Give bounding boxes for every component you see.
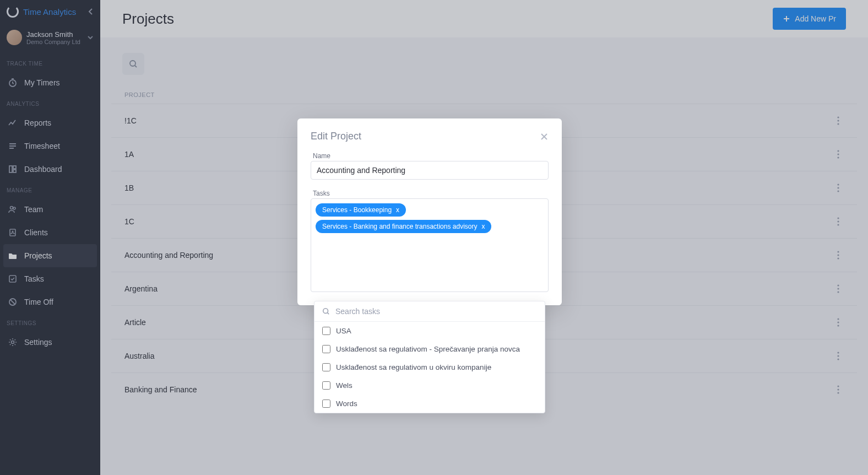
task-option[interactable]: Usklađenost sa regulativom - Sprečavanje…	[314, 340, 545, 358]
chip-remove-button[interactable]: x	[396, 206, 399, 214]
edit-project-modal: Edit Project Name Tasks Services - Bookk…	[297, 118, 562, 305]
tasks-field-label: Tasks	[311, 190, 549, 197]
task-option-checkbox[interactable]	[322, 381, 330, 390]
tasks-search-input[interactable]	[335, 307, 537, 316]
task-option-checkbox[interactable]	[322, 400, 330, 408]
task-option-checkbox[interactable]	[322, 345, 330, 353]
close-icon	[540, 132, 549, 141]
task-option[interactable]: USA	[314, 322, 545, 340]
name-field-label: Name	[311, 152, 549, 160]
task-chip: Services - Bookkeepingx	[316, 203, 406, 217]
close-button[interactable]	[540, 132, 549, 141]
modal-body: Name Tasks Services - BookkeepingxServic…	[297, 152, 562, 305]
tasks-multiselect[interactable]: Services - BookkeepingxServices - Bankin…	[311, 198, 549, 292]
chip-label: Services - Banking and finance transacti…	[322, 223, 477, 230]
tasks-dropdown: USAUsklađenost sa regulativom - Sprečava…	[314, 301, 545, 413]
task-option-label: Wels	[336, 381, 352, 390]
task-option[interactable]: Wels	[314, 376, 545, 395]
project-name-input[interactable]	[311, 161, 549, 180]
tasks-search-row	[314, 301, 545, 322]
task-option-checkbox[interactable]	[322, 363, 330, 371]
task-option-label: Words	[336, 400, 357, 408]
task-option-checkbox[interactable]	[322, 327, 330, 335]
tasks-options-list: USAUsklađenost sa regulativom - Sprečava…	[314, 322, 545, 413]
search-icon	[322, 307, 330, 315]
modal-header: Edit Project	[297, 118, 562, 152]
task-option-label: Usklađenost sa regulativom u okviru komp…	[336, 363, 491, 371]
svg-point-39	[323, 309, 328, 314]
task-option[interactable]: Usklađenost sa regulativom u okviru komp…	[314, 358, 545, 376]
chip-remove-button[interactable]: x	[481, 223, 485, 230]
task-option[interactable]: Words	[314, 395, 545, 413]
task-option-label: Usklađenost sa regulativom - Sprečavanje…	[336, 345, 520, 353]
modal-title: Edit Project	[311, 131, 361, 142]
chip-label: Services - Bookkeeping	[322, 206, 392, 214]
task-chip: Services - Banking and finance transacti…	[316, 220, 491, 233]
task-option-label: USA	[336, 327, 351, 335]
